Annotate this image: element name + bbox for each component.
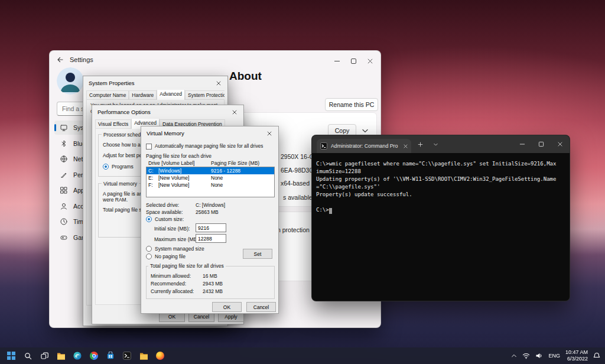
terminal-titlebar[interactable]: Administrator: Command Pro	[312, 135, 570, 153]
tab-advanced[interactable]: Advanced	[157, 90, 185, 100]
about-fragment: n protection	[277, 226, 310, 233]
custom-size-radio[interactable]	[146, 216, 152, 222]
recommended-value: 2943 MB	[203, 281, 223, 287]
volume-icon[interactable]	[535, 352, 543, 359]
about-fragment: x64-based	[281, 180, 310, 187]
new-tab-icon[interactable]	[414, 138, 427, 151]
virtual-memory-dialog: Virtual Memory Automatically manage pagi…	[141, 126, 279, 314]
drive-list[interactable]: C: [Windows] 9216 - 12288 E: [New Volume…	[146, 167, 275, 197]
auto-manage-checkbox[interactable]	[146, 144, 152, 150]
person-icon	[60, 203, 67, 210]
minimum-allowed-value: 16 MB	[203, 273, 217, 279]
settings-titlebar[interactable]: Settings	[50, 51, 380, 69]
dialog-title: Virtual Memory	[147, 130, 184, 136]
tray-overflow-chevron-icon[interactable]	[511, 353, 517, 359]
about-fragment: 2950X 16-C	[281, 153, 314, 160]
clock[interactable]: 10:47 AM 6/3/2022	[565, 349, 588, 363]
tab-system-protection[interactable]: System Protection	[185, 90, 225, 100]
maximum-size-label: Maximum size (MB):	[154, 236, 200, 242]
rename-pc-button[interactable]: Rename this PC	[325, 98, 378, 111]
ok-button[interactable]: OK	[212, 302, 242, 312]
terminal-line	[316, 199, 565, 207]
terminal-tab-title: Administrator: Command Pro	[331, 143, 400, 149]
apps-grid-icon	[60, 187, 67, 194]
set-button[interactable]: Set	[243, 249, 272, 259]
close-icon[interactable]	[213, 79, 224, 87]
terminal-window: Administrator: Command Pro C:\>wmic page…	[311, 135, 570, 301]
maximize-icon[interactable]	[532, 135, 551, 153]
notification-bell-icon[interactable]	[593, 352, 600, 359]
terminal-tab[interactable]: Administrator: Command Pro	[317, 139, 411, 153]
globe-icon	[60, 155, 67, 162]
settings-title: Settings	[70, 56, 93, 63]
column-header-drive: Drive [Volume Label]	[148, 160, 194, 166]
tab-computer-name[interactable]: Computer Name	[86, 90, 129, 100]
start-button[interactable]	[5, 349, 18, 362]
close-icon[interactable]	[551, 135, 570, 153]
terminal-output[interactable]: C:\>wmic pagefileset where name="C:\\pag…	[312, 153, 570, 301]
tab-close-icon[interactable]	[404, 144, 408, 148]
dialog-titlebar[interactable]: System Properties	[83, 76, 227, 89]
taskbar: ENG 10:47 AM 6/3/2022	[0, 347, 605, 364]
maximum-size-input[interactable]	[196, 234, 226, 243]
firefox-button[interactable]	[154, 349, 167, 362]
programs-radio[interactable]	[103, 164, 109, 170]
dialog-titlebar[interactable]: Performance Options	[92, 105, 243, 118]
terminal-line: imumSize=12288	[316, 168, 565, 176]
edge-button[interactable]	[71, 349, 84, 362]
selected-drive-value: C: [Windows]	[196, 202, 225, 208]
tray-time: 10:47 AM	[565, 349, 588, 356]
no-paging-file-label: No paging file	[155, 254, 186, 259]
recommended-label: Recommended:	[151, 281, 186, 287]
tab-hardware[interactable]: Hardware	[129, 90, 157, 100]
terminal-button[interactable]	[121, 349, 134, 362]
user-avatar[interactable]	[57, 67, 84, 95]
no-paging-file-radio[interactable]	[146, 254, 152, 259]
close-icon[interactable]	[362, 56, 378, 66]
terminal-line: C:\>	[316, 207, 565, 214]
folder-button[interactable]	[137, 349, 150, 362]
tab-dropdown-icon[interactable]	[429, 138, 442, 151]
minimize-icon[interactable]	[513, 135, 532, 153]
auto-manage-label: Automatically manage paging file size fo…	[155, 144, 263, 149]
drive-row[interactable]: F: [New Volume] None	[147, 181, 274, 188]
chevron-down-icon[interactable]	[362, 127, 369, 134]
close-icon[interactable]	[264, 129, 275, 138]
chrome-button[interactable]	[87, 349, 100, 362]
terminal-line: Updating property(s) of '\\VM-W11-SSD\RO…	[316, 176, 565, 184]
custom-size-label: Custom size:	[155, 216, 184, 222]
selected-drive-label: Selected drive:	[146, 202, 179, 208]
gamepad-icon	[60, 234, 67, 241]
wifi-icon[interactable]	[522, 352, 530, 359]
brush-icon	[60, 171, 67, 178]
programs-radio-label: Programs	[112, 164, 134, 170]
terminal-line: ="C:\\pagefile.sys"'	[316, 184, 565, 191]
initial-size-input[interactable]	[196, 223, 226, 232]
dialog-title: Performance Options	[97, 109, 151, 115]
store-button[interactable]	[104, 349, 117, 362]
system-managed-label: System managed size	[155, 246, 204, 252]
currently-allocated-value: 2432 MB	[203, 288, 223, 294]
monitor-icon	[60, 124, 67, 131]
close-icon[interactable]	[229, 108, 240, 116]
cancel-button[interactable]: Cancel	[246, 302, 276, 312]
column-header-size: Paging File Size (MB)	[211, 160, 259, 166]
page-title: About	[229, 70, 262, 83]
language-indicator[interactable]: ENG	[548, 353, 560, 359]
currently-allocated-label: Currently allocated:	[151, 288, 194, 294]
file-explorer-button[interactable]	[54, 349, 67, 362]
system-managed-radio[interactable]	[146, 246, 152, 252]
tab-visual-effects[interactable]: Visual Effects	[95, 119, 131, 129]
space-available-value: 25863 MB	[196, 209, 219, 215]
search-button[interactable]	[21, 349, 34, 362]
back-icon[interactable]	[57, 56, 64, 63]
task-view-button[interactable]	[38, 349, 51, 362]
group-label: Virtual memory	[102, 181, 139, 187]
drive-row[interactable]: E: [New Volume] None	[147, 174, 274, 181]
drive-row-selected[interactable]: C: [Windows] 9216 - 12288	[147, 167, 274, 174]
maximize-icon[interactable]	[345, 56, 362, 66]
minimize-icon[interactable]	[328, 56, 345, 66]
section-label: Paging file size for each drive	[146, 153, 212, 159]
tray-date: 6/3/2022	[565, 356, 588, 362]
dialog-titlebar[interactable]: Virtual Memory	[141, 126, 278, 139]
